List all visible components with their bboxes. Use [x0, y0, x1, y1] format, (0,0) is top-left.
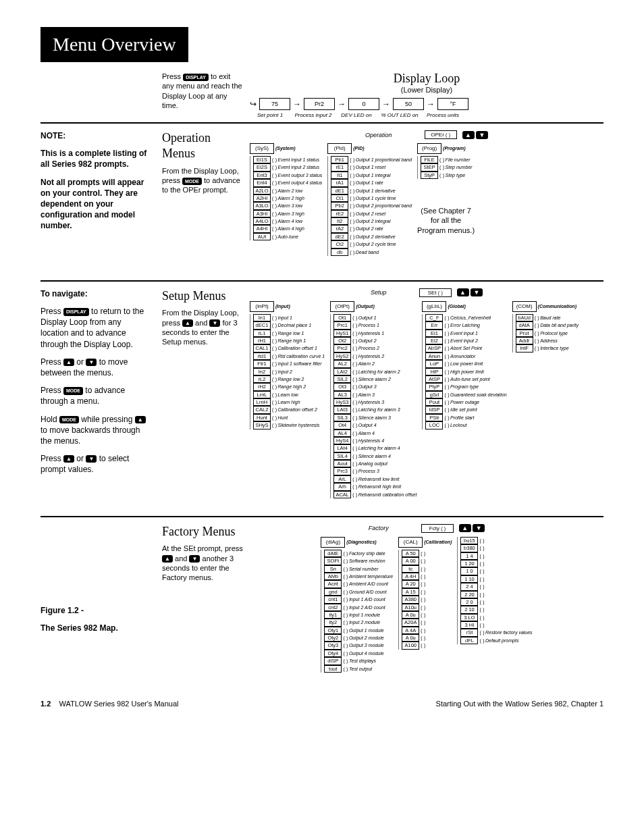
display-loop-label: Process units [423, 112, 463, 118]
menu-item: A3LO( ) Alarm 3 low [253, 202, 322, 209]
menu-item: Ent4( ) Event output 4 status [253, 179, 322, 186]
display-loop-box: 50 [393, 98, 424, 110]
menu-item: A10u( ) [402, 604, 452, 611]
menu-item: cnt2( ) Input 2 A/D count [324, 604, 393, 611]
menu-item: dAtE( ) Factory ship date [324, 550, 393, 557]
display-loop-heading: Display Loop [250, 72, 603, 86]
menu-item: 2 20( ) [460, 591, 532, 598]
menu-item: SIL4( ) Silence alarm 4 [333, 452, 417, 460]
menu-item: HyS1( ) Hysteresis 1 [333, 330, 417, 337]
down-icon: ▼ [471, 288, 483, 296]
menu-item: A 00( ) [402, 557, 452, 565]
menu-item: Anun( ) Annunciator [425, 353, 506, 360]
display-button: DISPLAY [183, 74, 209, 81]
menu-item: Ot4( ) Output 4 [333, 421, 417, 429]
menu-item: Ei2( ) Event input 2 [425, 337, 506, 344]
menu-item: AtSP( ) Auto-tune set point [425, 375, 506, 383]
display-button: DISPLAY [63, 308, 89, 315]
menu-item: SHyS( ) Slidewire hysteresis [253, 421, 325, 429]
menu-item: dE2( ) Output 2 derivative [331, 233, 412, 240]
menu-item: 3 LO( ) [460, 614, 532, 621]
display-loop-label: % OUT LED on [379, 112, 420, 118]
operation-bar-label: Operation [365, 132, 392, 138]
menu-item: A4HI( ) Alarm 4 high [253, 225, 322, 232]
menu-item: LOC( ) Lockout [425, 421, 506, 429]
menu-item: SIL2( ) Silence alarm 2 [333, 375, 417, 383]
up-icon: ▲ [182, 319, 193, 327]
menu-item: dISP( ) Test displays [324, 657, 393, 664]
menu-item: cnt1( ) Input 1 A/D count [324, 596, 393, 603]
page-footer: 1.2 WATLOW Series 982 User's Manual Star… [41, 700, 603, 708]
menu-item: AMb( ) Ambient temperature [324, 573, 393, 580]
menu-item: dE1( ) Output 1 derivative [331, 187, 412, 194]
menu-item: CAL2( ) Calibration offset 2 [253, 406, 325, 413]
menu-item: Ct2( ) Output 2 cycle time [331, 240, 412, 248]
menu-item: Ot2( ) Output 2 [333, 337, 417, 344]
footer-left: WATLOW Series 982 User's Manual [59, 700, 179, 708]
menu-item: StyP( ) Step type [421, 172, 475, 179]
menu-item: LrnH( ) Learn high [253, 398, 325, 406]
up-icon: ▲ [459, 524, 471, 532]
menu-item: rH1( ) Range high 1 [253, 337, 325, 344]
menu-item: A4LO( ) Alarm 4 low [253, 217, 322, 225]
menu-item: ACAL( ) Retransmit calibration offset [333, 491, 417, 498]
menu-item: AL4( ) Alarm 4 [333, 429, 417, 437]
menu-item: LAt2( ) Latching for alarm 2 [333, 368, 417, 375]
menu-item: Prc1( ) Process 1 [333, 321, 417, 329]
menu-item: Ei1( ) Event input 1 [425, 330, 506, 337]
menu-item: CAL1( ) Calibration offset 1 [253, 344, 325, 352]
setup-intro: From the Display Loop, press ▲ and ▼ for… [162, 308, 243, 346]
figure-title: The Series 982 Map. [41, 623, 150, 633]
menu-item: A2HI( ) Alarm 2 high [253, 194, 322, 202]
menu-item: A 0u( ) [402, 611, 452, 619]
factory-diag-col: (diAg) (Diagnostics)dAtE( ) Factory ship… [321, 537, 393, 673]
menu-item: Prc2( ) Process 2 [333, 344, 417, 352]
operation-bar-code: OPEr ( ) [425, 130, 457, 139]
menu-item: A20A( ) [402, 619, 452, 626]
menu-item: A 4A( ) [402, 627, 452, 634]
menu-item: rSt( ) Restore factory values [460, 629, 532, 636]
up-icon: ▲ [135, 416, 146, 423]
operation-prog-col: (Prog) (Program)FiLE( ) File numberStEP(… [417, 143, 475, 235]
up-icon: ▲ [457, 288, 469, 296]
menu-item: Arh( ) Retransmit high limit [333, 483, 417, 490]
menu-item: LAt3( ) Latching for alarm 3 [333, 406, 417, 413]
menu-item: IdSP( ) Idle set point [425, 406, 506, 413]
mode-button: MODE [182, 178, 202, 185]
menu-item: rE2( ) Output 2 reset [331, 210, 412, 217]
menu-item: Ftr1( ) Input 1 software filter [253, 360, 325, 367]
menu-item: rtd1( ) Rtd calibration curve 1 [253, 353, 325, 360]
down-icon: ▼ [189, 555, 200, 563]
menu-item: 2 10( ) [460, 606, 532, 613]
menu-item: A 50( ) [402, 550, 452, 557]
menu-item: Hunt( ) Hunt [253, 414, 325, 421]
menu-item: AbSP( ) Abort Set Point [425, 344, 506, 352]
factory-cal-col2: bu15( )b380( )1 4( )1 20( )1 0( )1 10( )… [457, 537, 532, 644]
menu-item: AUt( ) Auto-tune [253, 233, 322, 240]
menu-item: dEC1( ) Decimal place 1 [253, 321, 325, 329]
display-loop-box: Pr2 [304, 98, 335, 110]
menu-item: SOFt( ) Software revision [324, 557, 393, 565]
mode-button: MODE [63, 387, 83, 394]
menu-item: StEP( ) Step number [421, 163, 475, 171]
note-heading: NOTE: [41, 130, 150, 141]
menu-item: Ei2S( ) Event input 2 status [253, 163, 322, 171]
menu-item: ity1( ) Input 1 module [324, 611, 393, 619]
factory-bar-label: Factory [369, 525, 389, 531]
menu-item: 1 10( ) [460, 575, 532, 583]
display-loop-label: Process input 2 [293, 112, 333, 118]
footer-right: Starting Out with the Watlow Series 982,… [436, 700, 603, 708]
factory-heading: Factory Menus [162, 524, 243, 540]
menu-item: A100( ) [402, 642, 452, 649]
operation-pid-col: (Pid) (PID)Pb1( ) Output 1 proportional … [327, 143, 412, 256]
menu-item: rL2( ) Range low 2 [253, 375, 325, 383]
nav-p4: Hold MODE while pressing ▲ to move backw… [41, 414, 150, 447]
menu-item: Sn( ) Serial number [324, 565, 393, 573]
setup-heading: Setup Menus [162, 288, 243, 304]
menu-item: 1 0( ) [460, 567, 532, 575]
menu-item: Oty2( ) Output 2 module [324, 634, 393, 642]
menu-item: Aout( ) Analog output [333, 460, 417, 467]
menu-item: LAt4( ) Latching for alarm 4 [333, 444, 417, 452]
display-loop-boxes: ↪75→Pr2→0→50→°F [250, 98, 603, 110]
menu-item: LoP( ) Low power limit [425, 360, 506, 367]
